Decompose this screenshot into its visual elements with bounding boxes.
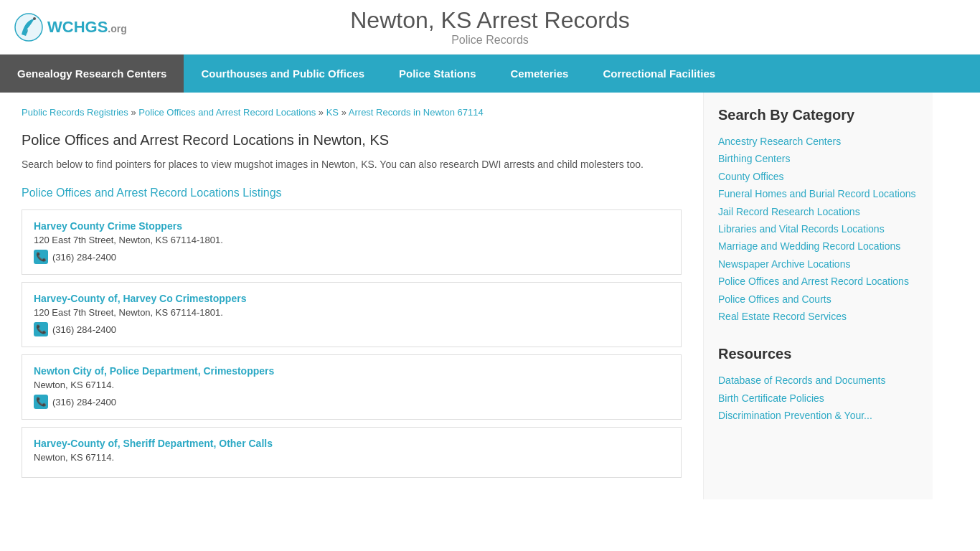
sidebar-link-realestate[interactable]: Real Estate Record Services bbox=[718, 309, 918, 324]
breadcrumb: Public Records Registries » Police Offic… bbox=[22, 107, 682, 118]
section-title: Police Offices and Arrest Record Locatio… bbox=[22, 132, 682, 149]
listing-phone-num-0: (316) 284-2400 bbox=[52, 252, 116, 263]
sidebar-link-libraries[interactable]: Libraries and Vital Records Locations bbox=[718, 221, 918, 237]
listings-title: Police Offices and Arrest Record Locatio… bbox=[22, 187, 682, 199]
content-area: Public Records Registries » Police Offic… bbox=[0, 93, 703, 499]
listing-phone-num-2: (316) 284-2400 bbox=[52, 397, 116, 408]
listing-phone-num-1: (316) 284-2400 bbox=[52, 324, 116, 335]
header-titles: Newton, KS Arrest Records Police Records bbox=[350, 7, 629, 47]
listing-name-1[interactable]: Harvey-County of, Harvey Co Crimestopper… bbox=[34, 293, 669, 304]
header: WCHGS.org Newton, KS Arrest Records Poli… bbox=[0, 0, 980, 55]
logo-icon bbox=[14, 13, 43, 42]
listing-address-0: 120 East 7th Street, Newton, KS 67114-18… bbox=[34, 235, 669, 245]
listing-address-3: Newton, KS 67114. bbox=[34, 452, 669, 463]
sidebar-link-jail[interactable]: Jail Record Research Locations bbox=[718, 204, 918, 220]
listing-card-1: Harvey-County of, Harvey Co Crimestopper… bbox=[22, 282, 682, 347]
phone-icon-0: 📞 bbox=[34, 250, 48, 264]
sidebar-link-birth[interactable]: Birth Certificate Policies bbox=[718, 390, 918, 406]
sidebar-link-police-courts[interactable]: Police Offices and Courts bbox=[718, 291, 918, 307]
section-desc: Search below to find pointers for places… bbox=[22, 157, 682, 172]
logo-area: WCHGS.org bbox=[14, 13, 127, 42]
listing-phone-2: 📞 (316) 284-2400 bbox=[34, 395, 669, 409]
sidebar-link-ancestry[interactable]: Ancestry Research Centers bbox=[718, 133, 918, 149]
breadcrumb-sep-3: » bbox=[341, 107, 347, 118]
nav-item-police[interactable]: Police Stations bbox=[382, 55, 494, 93]
breadcrumb-link-2[interactable]: Police Offices and Arrest Record Locatio… bbox=[138, 107, 316, 118]
breadcrumb-sep-1: » bbox=[131, 107, 136, 118]
phone-icon-1: 📞 bbox=[34, 322, 48, 336]
sidebar-link-newspaper[interactable]: Newspaper Archive Locations bbox=[718, 256, 918, 272]
sidebar-link-funeral[interactable]: Funeral Homes and Burial Record Location… bbox=[718, 186, 918, 202]
listing-address-2: Newton, KS 67114. bbox=[34, 380, 669, 390]
listing-name-3[interactable]: Harvey-County of, Sheriff Department, Ot… bbox=[34, 438, 669, 449]
listing-name-2[interactable]: Newton City of, Police Department, Crime… bbox=[34, 365, 669, 377]
breadcrumb-link-4[interactable]: Arrest Records in Newton 67114 bbox=[349, 107, 484, 118]
breadcrumb-sep-2: » bbox=[319, 107, 324, 118]
listing-name-0[interactable]: Harvey County Crime Stoppers bbox=[34, 220, 669, 232]
sidebar: Search By Category Ancestry Research Cen… bbox=[703, 93, 933, 499]
nav-bar: Genealogy Research Centers Courthouses a… bbox=[0, 55, 980, 93]
svg-point-0 bbox=[15, 14, 42, 41]
sidebar-link-discrimination[interactable]: Discrimination Prevention & Your... bbox=[718, 408, 918, 423]
sidebar-link-police-arrest[interactable]: Police Offices and Arrest Record Locatio… bbox=[718, 273, 918, 289]
sidebar-link-database[interactable]: Database of Records and Documents bbox=[718, 372, 918, 388]
logo-text: WCHGS.org bbox=[47, 18, 127, 37]
sidebar-category-title: Search By Category bbox=[718, 107, 918, 123]
sidebar-link-marriage[interactable]: Marriage and Wedding Record Locations bbox=[718, 238, 918, 254]
sidebar-resources: Resources Database of Records and Docume… bbox=[718, 346, 918, 423]
page-subtitle: Police Records bbox=[350, 34, 629, 47]
listing-phone-1: 📞 (316) 284-2400 bbox=[34, 322, 669, 336]
sidebar-resources-title: Resources bbox=[718, 346, 918, 362]
listing-phone-0: 📞 (316) 284-2400 bbox=[34, 250, 669, 264]
nav-item-courthouses[interactable]: Courthouses and Public Offices bbox=[184, 55, 382, 93]
breadcrumb-link-1[interactable]: Public Records Registries bbox=[22, 107, 128, 118]
listing-card-3: Harvey-County of, Sheriff Department, Ot… bbox=[22, 427, 682, 478]
main-container: Public Records Registries » Police Offic… bbox=[0, 93, 980, 499]
nav-item-genealogy[interactable]: Genealogy Research Centers bbox=[0, 55, 184, 93]
listing-card: Harvey County Crime Stoppers 120 East 7t… bbox=[22, 209, 682, 275]
sidebar-link-birthing[interactable]: Birthing Centers bbox=[718, 151, 918, 166]
breadcrumb-link-3[interactable]: KS bbox=[326, 107, 339, 118]
listing-card-2: Newton City of, Police Department, Crime… bbox=[22, 354, 682, 420]
svg-point-1 bbox=[33, 17, 36, 20]
nav-item-cemeteries[interactable]: Cemeteries bbox=[494, 55, 586, 93]
listing-address-1: 120 East 7th Street, Newton, KS 67114-18… bbox=[34, 307, 669, 318]
sidebar-link-county[interactable]: County Offices bbox=[718, 169, 918, 184]
nav-item-correctional[interactable]: Correctional Facilities bbox=[585, 55, 732, 93]
phone-icon-2: 📞 bbox=[34, 395, 48, 409]
page-title: Newton, KS Arrest Records bbox=[350, 7, 629, 34]
